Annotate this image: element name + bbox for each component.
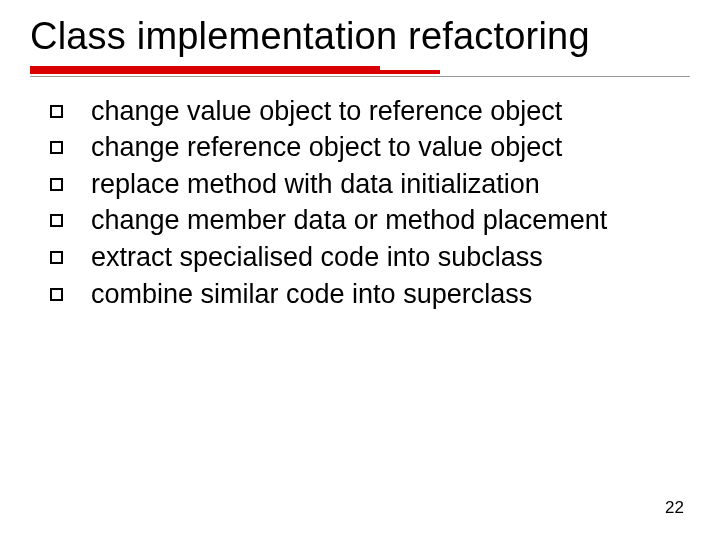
bullet-square-icon bbox=[50, 288, 63, 301]
rule-bar-accent bbox=[380, 70, 440, 74]
bullet-square-icon bbox=[50, 251, 63, 264]
list-item-text: replace method with data initialization bbox=[91, 167, 690, 202]
content-area: change value object to reference object … bbox=[30, 94, 690, 311]
bullet-list: change value object to reference object … bbox=[50, 94, 690, 311]
bullet-square-icon bbox=[50, 105, 63, 118]
page-number: 22 bbox=[665, 498, 684, 518]
list-item-text: combine similar code into superclass bbox=[91, 277, 690, 312]
list-item: change value object to reference object bbox=[50, 94, 690, 129]
bullet-square-icon bbox=[50, 141, 63, 154]
list-item: combine similar code into superclass bbox=[50, 277, 690, 312]
slide: Class implementation refactoring change … bbox=[0, 0, 720, 540]
slide-title: Class implementation refactoring bbox=[30, 16, 690, 58]
list-item-text: change member data or method placement bbox=[91, 203, 690, 238]
list-item: change member data or method placement bbox=[50, 203, 690, 238]
list-item: extract specialised code into subclass bbox=[50, 240, 690, 275]
list-item-text: change value object to reference object bbox=[91, 94, 690, 129]
title-rule bbox=[30, 66, 690, 74]
rule-bar-thin bbox=[30, 76, 690, 77]
list-item: change reference object to value object bbox=[50, 130, 690, 165]
list-item-text: extract specialised code into subclass bbox=[91, 240, 690, 275]
rule-bar-main bbox=[30, 66, 380, 74]
list-item-text: change reference object to value object bbox=[91, 130, 690, 165]
bullet-square-icon bbox=[50, 178, 63, 191]
bullet-square-icon bbox=[50, 214, 63, 227]
list-item: replace method with data initialization bbox=[50, 167, 690, 202]
